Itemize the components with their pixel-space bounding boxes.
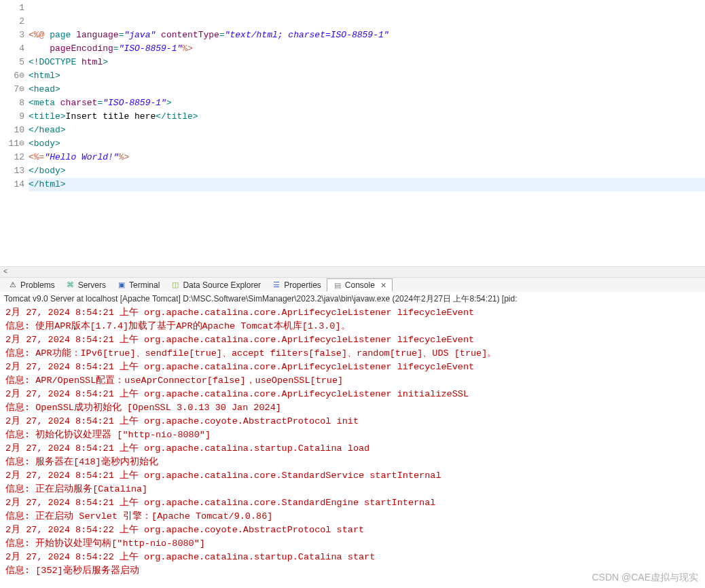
line-number: 13 <box>0 164 24 178</box>
console-line: 2月 27, 2024 8:54:21 上午 org.apache.catali… <box>5 469 700 483</box>
console-line: 信息: APR功能：IPv6[true]、sendfile[true]、acce… <box>5 347 700 361</box>
console-line: 2月 27, 2024 8:54:22 上午 org.apache.coyote… <box>5 523 700 537</box>
console-line: 信息: 正在启动服务[Catalina] <box>5 483 700 496</box>
tab-console[interactable]: ▤ Console ✕ <box>327 278 393 291</box>
tab-terminal[interactable]: ▣ Terminal <box>111 279 165 291</box>
tab-label: Problems <box>20 280 55 290</box>
code-line[interactable] <box>29 15 705 29</box>
console-line: 信息: 正在启动 Servlet 引擎：[Apache Tomcat/9.0.8… <box>5 510 700 523</box>
console-line: 2月 27, 2024 8:54:21 上午 org.apache.catali… <box>5 496 700 510</box>
tab-label: Data Source Explorer <box>183 280 261 290</box>
console-line: 2月 27, 2024 8:54:21 上午 org.apache.catali… <box>5 442 700 456</box>
problems-icon: ⚠ <box>8 280 18 290</box>
line-number: 7⊖ <box>0 83 24 96</box>
code-area[interactable]: <%@ page language="java" contentType="te… <box>29 0 705 266</box>
tab-servers[interactable]: ⌘ Servers <box>60 279 111 291</box>
line-number: 1 <box>0 1 24 15</box>
line-number-gutter: 1 2 3 4 5 6⊖7⊖8 9 10 11⊖12 13 14 <box>0 0 29 266</box>
console-line: 信息: 使用APR版本[1.7.4]加载了基于APR的Apache Tomcat… <box>5 320 700 333</box>
console-line: 2月 27, 2024 8:54:21 上午 org.apache.catali… <box>5 388 700 401</box>
terminal-icon: ▣ <box>117 280 126 290</box>
watermark: CSDN @CAE虚拟与现实 <box>592 572 698 584</box>
horizontal-scrollbar[interactable]: < <box>0 266 705 277</box>
tab-label: Terminal <box>129 280 160 290</box>
code-line[interactable]: <title>Insert title here</title> <box>29 110 705 124</box>
console-output[interactable]: 2月 27, 2024 8:54:21 上午 org.apache.catali… <box>0 306 705 578</box>
console-line: 2月 27, 2024 8:54:21 上午 org.apache.catali… <box>5 306 700 320</box>
console-line: 2月 27, 2024 8:54:22 上午 org.apache.catali… <box>5 551 700 564</box>
console-line: 信息: APR/OpenSSL配置：useAprConnector[false]… <box>5 374 700 388</box>
console-line: 2月 27, 2024 8:54:21 上午 org.apache.catali… <box>5 333 700 347</box>
bottom-tabs: ⚠ Problems ⌘ Servers ▣ Terminal ◫ Data S… <box>0 277 705 292</box>
line-number: 8 <box>0 96 24 110</box>
code-line[interactable]: <body> <box>29 137 705 151</box>
servers-icon: ⌘ <box>66 280 75 290</box>
tab-properties[interactable]: ☰ Properties <box>266 279 327 291</box>
console-line: 信息: 初始化协议处理器 ["http-nio-8080"] <box>5 428 700 442</box>
code-line[interactable]: <head> <box>29 83 705 96</box>
console-line: 2月 27, 2024 8:54:21 上午 org.apache.coyote… <box>5 415 700 428</box>
line-number: 2 <box>0 15 24 29</box>
code-line[interactable]: <!DOCTYPE html> <box>29 56 705 69</box>
code-editor[interactable]: 1 2 3 4 5 6⊖7⊖8 9 10 11⊖12 13 14 <%@ pag… <box>0 0 705 266</box>
console-line: 信息: OpenSSL成功初始化 [OpenSSL 3.0.13 30 Jan … <box>5 401 700 415</box>
code-line[interactable]: <meta charset="ISO-8859-1"> <box>29 96 705 110</box>
code-line[interactable] <box>29 1 705 15</box>
code-line[interactable]: <%="Hello World!"%> <box>29 151 705 164</box>
line-number: 3 <box>0 29 24 42</box>
line-number: 5 <box>0 56 24 69</box>
console-title: Tomcat v9.0 Server at localhost [Apache … <box>0 292 705 306</box>
console-line: 2月 27, 2024 8:54:21 上午 org.apache.catali… <box>5 361 700 374</box>
tab-label: Properties <box>284 280 321 290</box>
console-icon: ▤ <box>333 280 342 290</box>
tab-data-source[interactable]: ◫ Data Source Explorer <box>165 279 266 291</box>
tab-label: Console <box>345 280 375 290</box>
code-line[interactable]: </html> <box>29 178 705 191</box>
line-number: 10 <box>0 124 24 137</box>
tab-problems[interactable]: ⚠ Problems <box>3 279 60 291</box>
line-number: 4 <box>0 42 24 56</box>
line-number: 12 <box>0 151 24 164</box>
line-number: 9 <box>0 110 24 124</box>
code-line[interactable]: </head> <box>29 124 705 137</box>
line-number: 14 <box>0 178 24 191</box>
properties-icon: ☰ <box>272 280 281 290</box>
code-line[interactable]: pageEncoding="ISO-8859-1"%> <box>29 42 705 56</box>
console-line: 信息: 开始协议处理句柄["http-nio-8080"] <box>5 537 700 551</box>
tab-label: Servers <box>78 280 106 290</box>
line-number: 11⊖ <box>0 137 24 151</box>
scroll-left-icon[interactable]: < <box>0 267 11 278</box>
data-source-icon: ◫ <box>170 280 180 290</box>
close-icon[interactable]: ✕ <box>380 281 386 290</box>
code-line[interactable]: <html> <box>29 69 705 83</box>
console-line: 信息: 服务器在[418]毫秒内初始化 <box>5 456 700 469</box>
line-number: 6⊖ <box>0 69 24 83</box>
code-line[interactable]: <%@ page language="java" contentType="te… <box>29 29 705 42</box>
code-line[interactable]: </body> <box>29 164 705 178</box>
